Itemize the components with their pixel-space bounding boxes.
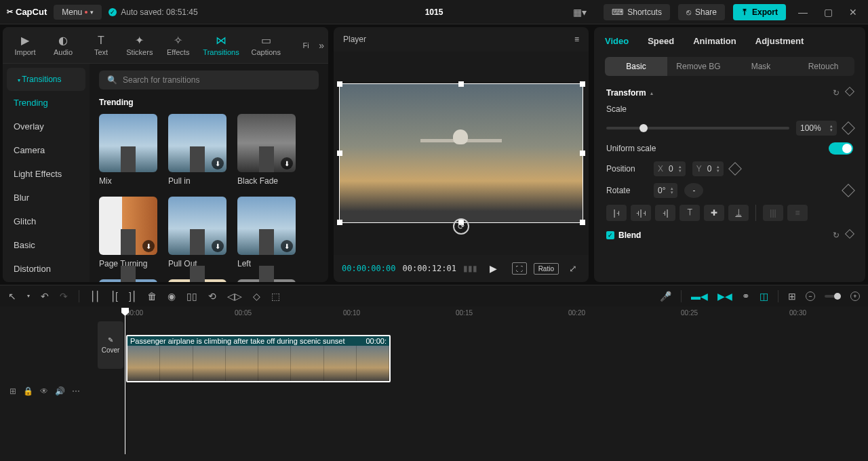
play-button[interactable]: ▶ — [490, 263, 497, 274]
uniform-toggle[interactable] — [829, 142, 853, 155]
transition-item-placeholder[interactable] — [237, 279, 296, 282]
stepper-icon[interactable]: ▴▾ — [671, 186, 673, 195]
cat-light[interactable]: Light Effects — [3, 162, 90, 186]
transition-item-page-turning[interactable]: ⬇Page Turning — [99, 197, 157, 268]
reverse-icon[interactable]: ⟲ — [208, 291, 216, 302]
transition-item-black-fade[interactable]: ⬇Black Fade — [237, 114, 296, 186]
keyframe-button[interactable] — [842, 121, 855, 135]
minimize-button[interactable]: — — [794, 4, 812, 20]
scale-slider[interactable] — [606, 127, 789, 129]
align-right-icon[interactable]: ⫞| — [655, 205, 675, 221]
split-icon[interactable]: ⎮⎮ — [90, 291, 100, 302]
transition-item-left[interactable]: ⬇Left — [237, 197, 296, 268]
position-y-input[interactable]: Y0▴▾ — [692, 161, 724, 176]
transition-item-placeholder[interactable] — [99, 279, 157, 282]
resize-handle[interactable] — [580, 220, 585, 225]
insp-tab-animation[interactable]: Animation — [693, 36, 736, 46]
tab-transitions[interactable]: ⋈Transitions — [199, 31, 243, 59]
keyframe-button[interactable] — [842, 184, 855, 197]
download-icon[interactable]: ⬇ — [142, 240, 155, 252]
download-icon[interactable]: ⬇ — [281, 157, 293, 169]
duplicate-icon[interactable]: ▯▯ — [186, 291, 197, 302]
transition-item-placeholder[interactable] — [168, 279, 226, 282]
sub-retouch[interactable]: Retouch — [792, 57, 854, 76]
checkbox-icon[interactable]: ✓ — [606, 231, 614, 239]
magnet-icon[interactable]: ▶◀ — [717, 291, 732, 302]
transition-item-pull-in[interactable]: ⬇Pull in — [168, 114, 226, 186]
cat-trending[interactable]: Trending — [3, 91, 90, 115]
player-menu-icon[interactable]: ≡ — [574, 35, 579, 44]
undo-icon[interactable]: ↶ — [41, 291, 49, 302]
maximize-button[interactable]: ▢ — [820, 4, 837, 20]
video-clip[interactable]: Passenger airplane is climbing after tak… — [126, 335, 391, 382]
keyframe-icon[interactable] — [845, 229, 854, 239]
close-button[interactable]: ✕ — [845, 4, 861, 20]
sub-mask[interactable]: Mask — [730, 57, 792, 76]
resize-handle[interactable] — [337, 151, 342, 156]
insp-tab-speed[interactable]: Speed — [648, 36, 674, 46]
ratio-button[interactable]: Ratio — [534, 263, 559, 275]
transition-item-mix[interactable]: Mix — [99, 114, 157, 186]
mute-icon[interactable]: 🔊 — [55, 386, 65, 396]
tab-import[interactable]: ▶Import — [8, 31, 42, 59]
split-right-icon[interactable]: ]⎮ — [129, 291, 136, 302]
download-icon[interactable]: ⬇ — [281, 240, 293, 252]
mirror-icon[interactable]: ◁▷ — [227, 291, 242, 302]
tab-stickers[interactable]: ✦Stickers — [122, 31, 157, 59]
track-lane[interactable]: Passenger airplane is climbing after tak… — [123, 321, 868, 461]
align-center-v-icon[interactable]: ✚ — [704, 205, 724, 221]
stepper-icon[interactable]: ▴▾ — [717, 165, 719, 173]
align-bottom-icon[interactable]: ⟘ — [728, 205, 749, 221]
category-header[interactable]: ▾ Transitions — [7, 68, 85, 91]
preview-track-icon[interactable]: ◫ — [760, 291, 768, 302]
search-input[interactable]: 🔍 Search for transitions — [99, 71, 319, 89]
rotate-input[interactable]: 0°▴▾ — [654, 183, 677, 198]
scale-value[interactable]: 100%▴▾ — [796, 121, 837, 136]
tab-effects[interactable]: ✧Effects — [161, 31, 195, 59]
cat-basic[interactable]: Basic — [3, 233, 90, 257]
quality-icon[interactable]: ▮▮▮ — [463, 264, 477, 273]
rotate-icon[interactable]: ◇ — [253, 291, 260, 302]
resize-handle[interactable] — [580, 81, 585, 87]
cat-glitch[interactable]: Glitch — [3, 209, 90, 233]
tab-captions[interactable]: ▭Captions — [247, 31, 285, 59]
snap-icon[interactable]: ▬◀ — [691, 291, 708, 302]
dropdown-icon[interactable]: ▾ — [27, 293, 30, 299]
tab-filters[interactable]: Fi — [289, 39, 323, 52]
cat-blur[interactable]: Blur — [3, 186, 90, 209]
resize-handle[interactable] — [337, 81, 342, 87]
tab-text[interactable]: TText — [84, 32, 118, 59]
position-x-input[interactable]: X0▴▾ — [654, 161, 686, 176]
reset-icon[interactable]: ↻ — [833, 88, 840, 98]
align-left-icon[interactable]: |⫞ — [606, 205, 627, 221]
playhead[interactable] — [125, 309, 125, 454]
rotate-flag[interactable]: - — [684, 183, 703, 198]
tab-audio[interactable]: ◐Audio — [46, 31, 80, 59]
stepper-icon[interactable]: ▴▾ — [679, 165, 682, 173]
preview-frame[interactable] — [339, 83, 583, 223]
add-track-icon[interactable]: ⊞ — [9, 386, 16, 396]
reset-icon[interactable]: ↻ — [833, 230, 840, 240]
focus-icon[interactable]: ⛶ — [512, 262, 527, 275]
mic-icon[interactable]: 🎤 — [660, 291, 671, 302]
resize-handle[interactable] — [580, 151, 585, 156]
resize-handle[interactable] — [337, 220, 342, 225]
align-center-h-icon[interactable]: ⫞|⫞ — [631, 205, 651, 221]
player-viewport[interactable]: ⟳ — [334, 52, 589, 255]
fullscreen-icon[interactable]: ⤢ — [566, 262, 580, 275]
resize-handle[interactable] — [458, 81, 464, 87]
cover-button[interactable]: ✎ Cover — [98, 321, 123, 369]
cat-distortion[interactable]: Distortion — [3, 257, 90, 281]
insp-tab-adjustment[interactable]: Adjustment — [755, 36, 804, 46]
redo-icon[interactable]: ↷ — [60, 291, 68, 302]
layout-icon[interactable]: ▦▾ — [573, 7, 587, 18]
more-icon[interactable]: ⋯ — [72, 386, 80, 396]
keyframe-icon[interactable] — [845, 87, 854, 96]
stepper-icon[interactable]: ▴▾ — [830, 124, 833, 132]
tabs-overflow-icon[interactable]: » — [319, 40, 324, 51]
cat-overlay[interactable]: Overlay — [3, 115, 90, 138]
export-button[interactable]: ⤒ Export — [733, 4, 786, 20]
align-top-icon[interactable]: ⟙ — [679, 205, 700, 221]
sub-removebg[interactable]: Remove BG — [667, 57, 730, 76]
zoom-out-icon[interactable]: − — [806, 292, 815, 301]
